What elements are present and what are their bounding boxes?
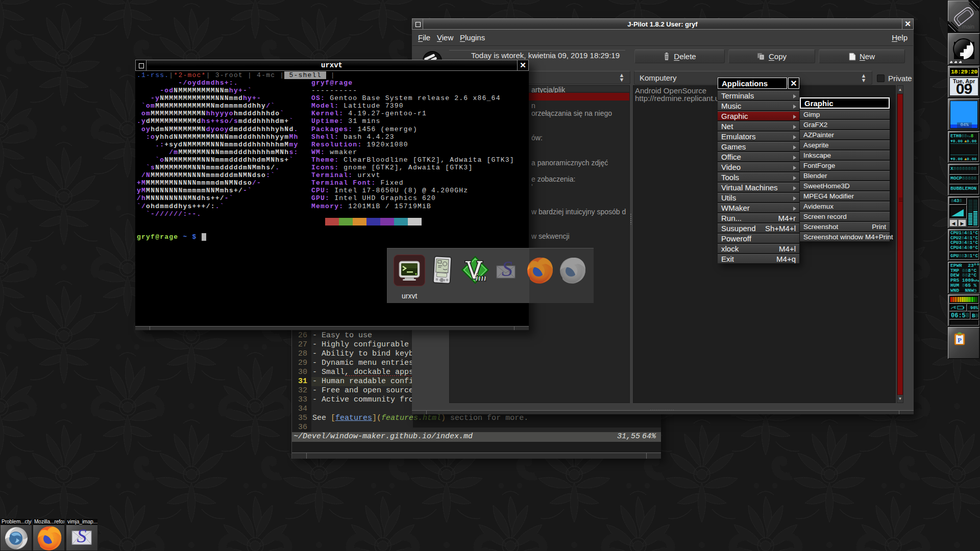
svg-text:P: P [958,336,962,344]
svg-text:S: S [502,257,512,281]
svg-text:S: S [77,527,87,546]
svg-text:im: im [475,271,486,284]
svg-text:main: main [962,23,974,30]
